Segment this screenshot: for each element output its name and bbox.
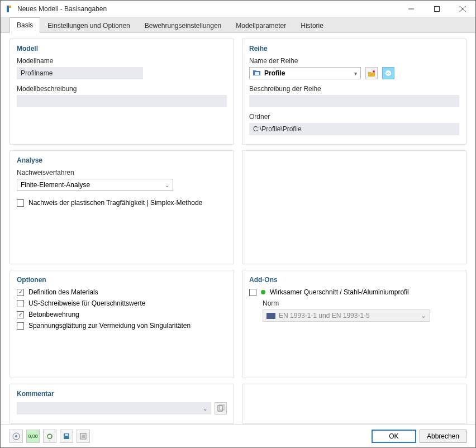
reihe-beschreibung-input[interactable] bbox=[249, 95, 459, 107]
reihe-name-label: Name der Reihe bbox=[249, 57, 459, 65]
reihe-select-value: Profile bbox=[264, 69, 285, 77]
tab-historie[interactable]: Historie bbox=[293, 18, 331, 33]
units-icon: 0,00 bbox=[28, 433, 38, 439]
reihe-beschreibung-label: Beschreibung der Reihe bbox=[249, 85, 459, 93]
chevron-down-icon: ⌄ bbox=[203, 406, 207, 412]
tool-refresh-button[interactable] bbox=[43, 430, 56, 443]
panel-title-reihe: Reihe bbox=[249, 45, 459, 53]
tab-label: Basis bbox=[17, 21, 33, 29]
kommentar-edit-button[interactable] bbox=[215, 402, 227, 414]
chevron-down-icon: ⌄ bbox=[165, 182, 169, 188]
maximize-button[interactable] bbox=[424, 1, 450, 17]
plastische-checkbox[interactable] bbox=[17, 199, 24, 207]
folder-icon bbox=[253, 69, 261, 78]
chevron-down-icon: ⌄ bbox=[421, 312, 426, 320]
panel-empty-right-1 bbox=[242, 150, 467, 264]
close-button[interactable] bbox=[450, 1, 475, 17]
tab-label: Modellparameter bbox=[236, 22, 286, 30]
panel-title-addons: Add-Ons bbox=[249, 276, 459, 284]
svg-point-7 bbox=[373, 70, 375, 73]
opt-spannung-label: Spannungsglättung zur Vermeidung von Sin… bbox=[28, 322, 191, 330]
tab-label: Bewehrungseinstellungen bbox=[145, 22, 221, 30]
footer: 0,00 OK Abbrechen bbox=[1, 424, 475, 447]
kommentar-select[interactable]: ⌄ bbox=[17, 402, 211, 414]
eu-flag-icon bbox=[266, 313, 275, 319]
panel-title-modell: Modell bbox=[17, 45, 227, 53]
svg-rect-6 bbox=[255, 72, 259, 75]
opt-material-checkbox[interactable] bbox=[17, 289, 24, 296]
opt-beton-checkbox[interactable] bbox=[17, 311, 24, 318]
window-title: Neues Modell - Basisangaben bbox=[17, 5, 398, 13]
window-buttons bbox=[398, 1, 475, 17]
panel-title-analyse: Analyse bbox=[17, 156, 227, 164]
ok-label: OK bbox=[389, 432, 398, 440]
opt-us-checkbox[interactable] bbox=[17, 300, 24, 307]
panel-addons: Add-Ons Wirksamer Querschnitt / Stahl-/A… bbox=[242, 270, 467, 378]
plastische-label: Nachweis der plastischen Tragfähigkeit |… bbox=[28, 199, 202, 207]
nachweisverfahren-select[interactable]: Finite-Element-Analyse ⌄ bbox=[17, 179, 173, 191]
tab-label: Historie bbox=[301, 22, 323, 30]
tabstrip: Basis Einstellungen und Optionen Bewehru… bbox=[1, 17, 475, 33]
tool-save-button[interactable] bbox=[60, 430, 73, 443]
tab-bewehrung[interactable]: Bewehrungseinstellungen bbox=[137, 18, 229, 33]
tab-label: Einstellungen und Optionen bbox=[47, 22, 130, 30]
titlebar: Neues Modell - Basisangaben bbox=[1, 1, 475, 17]
reihe-browse-button[interactable] bbox=[365, 67, 378, 79]
panel-title-optionen: Optionen bbox=[17, 276, 227, 284]
app-icon bbox=[5, 4, 14, 13]
chevron-down-icon: ▾ bbox=[354, 70, 357, 77]
panel-modell: Modell Modellname Modellbeschreibung bbox=[9, 39, 234, 145]
panel-optionen: Optionen Definition des Materials US-Sch… bbox=[9, 270, 234, 378]
nachweisverfahren-label: Nachweisverfahren bbox=[17, 169, 227, 177]
reihe-select[interactable]: Profile ▾ bbox=[249, 67, 361, 79]
tab-basis[interactable]: Basis bbox=[9, 17, 40, 33]
nachweisverfahren-value: Finite-Element-Analyse bbox=[21, 181, 90, 189]
tab-modellparameter[interactable]: Modellparameter bbox=[229, 18, 293, 33]
addon-effective-checkbox[interactable] bbox=[249, 289, 256, 296]
svg-point-12 bbox=[15, 435, 17, 437]
opt-spannung-checkbox[interactable] bbox=[17, 322, 24, 330]
panel-kommentar: Kommentar ⌄ bbox=[9, 384, 234, 424]
addon-effective-label: Wirksamer Querschnitt / Stahl-/Aluminium… bbox=[270, 288, 409, 296]
content-grid: Modell Modellname Modellbeschreibung Rei… bbox=[1, 33, 475, 424]
svg-rect-14 bbox=[65, 434, 68, 436]
panel-empty-right-2 bbox=[242, 384, 467, 424]
svg-line-5 bbox=[460, 6, 465, 12]
tool-units-button[interactable]: 0,00 bbox=[26, 430, 40, 443]
modellbeschreibung-input[interactable] bbox=[17, 95, 227, 107]
svg-rect-1 bbox=[9, 6, 11, 8]
opt-beton-label: Betonbewehrung bbox=[28, 311, 79, 318]
panel-analyse: Analyse Nachweisverfahren Finite-Element… bbox=[9, 150, 234, 264]
norm-select[interactable]: EN 1993-1-1 und EN 1993-1-5 ⌄ bbox=[263, 309, 430, 322]
minimize-button[interactable] bbox=[398, 1, 424, 17]
cancel-button[interactable]: Abbrechen bbox=[420, 430, 467, 443]
svg-line-4 bbox=[460, 6, 465, 12]
ok-button[interactable]: OK bbox=[372, 430, 416, 443]
tab-einstellungen[interactable]: Einstellungen und Optionen bbox=[40, 18, 137, 33]
panel-title-kommentar: Kommentar bbox=[17, 390, 227, 398]
reihe-ordner-input[interactable] bbox=[249, 123, 459, 135]
norm-value: EN 1993-1-1 und EN 1993-1-5 bbox=[279, 312, 370, 320]
svg-rect-3 bbox=[435, 6, 440, 11]
svg-rect-0 bbox=[7, 6, 9, 12]
opt-us-label: US-Schreibweise für Querschnittswerte bbox=[28, 299, 145, 307]
modellname-input[interactable] bbox=[17, 67, 143, 79]
panel-reihe: Reihe Name der Reihe Profile ▾ Beschreib… bbox=[242, 39, 467, 145]
cancel-label: Abbrechen bbox=[427, 432, 459, 440]
reihe-ordner-label: Ordner bbox=[249, 113, 459, 121]
norm-label: Norm bbox=[263, 299, 459, 307]
tool-list-button[interactable] bbox=[77, 430, 90, 443]
reihe-cloud-button[interactable] bbox=[382, 67, 394, 79]
opt-material-label: Definition des Materials bbox=[28, 288, 98, 296]
modellbeschreibung-label: Modellbeschreibung bbox=[17, 85, 227, 93]
modellname-label: Modellname bbox=[17, 57, 227, 65]
status-dot-icon bbox=[261, 290, 265, 294]
tool-help-button[interactable] bbox=[9, 430, 23, 443]
